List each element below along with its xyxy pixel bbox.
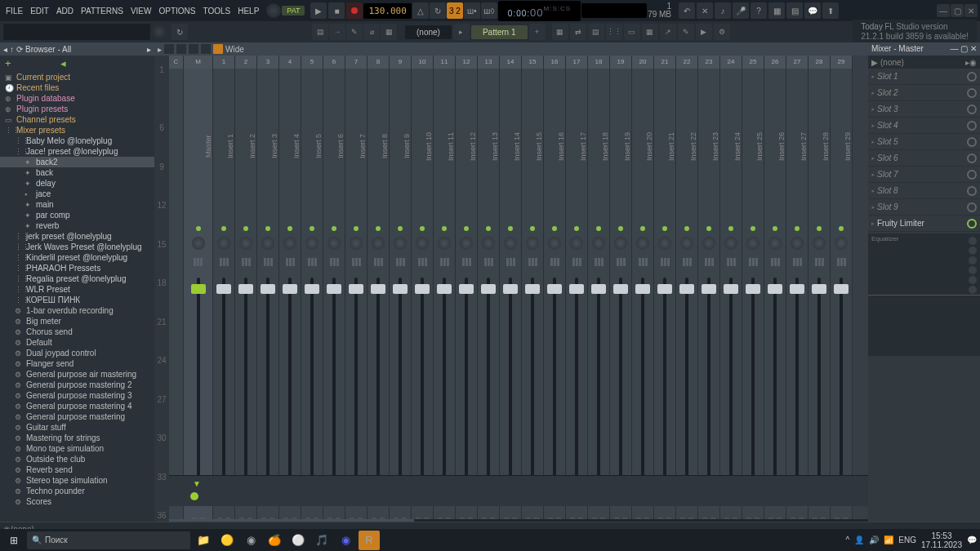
mixer-icon-3[interactable]: [189, 44, 198, 54]
fx-close-icon[interactable]: ✕: [970, 44, 977, 53]
tray-clock[interactable]: 15:5317.11.2023: [921, 531, 962, 549]
track-led[interactable]: [566, 224, 587, 233]
fader-cap[interactable]: [657, 284, 672, 294]
input-more-icon[interactable]: ▸◉: [965, 58, 977, 67]
stop-button[interactable]: ■: [328, 2, 345, 19]
browser-item[interactable]: ⋮⋮jerk preset @lonelyplug: [0, 231, 154, 242]
fx-input-row[interactable]: ▶ (none) ▸◉: [868, 56, 980, 69]
task-flstudio[interactable]: 🍊: [264, 531, 285, 550]
browser-gear-item[interactable]: ⚙Dual joypad control: [0, 348, 154, 358]
track-pan-knob[interactable]: [456, 233, 477, 253]
browser-gear-item[interactable]: ⚙Big meter: [0, 316, 154, 327]
track-header[interactable]: 24: [720, 56, 742, 69]
track-pan-knob[interactable]: [412, 233, 433, 253]
track-led[interactable]: [235, 224, 256, 233]
record-button[interactable]: [346, 2, 363, 19]
input-arrow-icon[interactable]: ▶: [871, 58, 878, 67]
browser-tree[interactable]: ▣Current project🕘Recent files⊕Plugin dat…: [0, 70, 154, 529]
track-header[interactable]: M: [184, 56, 212, 69]
track-name[interactable]: Insert 25: [742, 69, 764, 224]
panel-step[interactable]: ✎: [346, 24, 363, 40]
slot-arrow-icon[interactable]: ▸: [871, 220, 875, 227]
track-stereo[interactable]: [698, 253, 719, 271]
fader-cap[interactable]: [283, 284, 297, 294]
track-pan-knob[interactable]: [566, 233, 587, 253]
slot-ring[interactable]: [967, 104, 977, 114]
track-stereo[interactable]: [213, 253, 234, 271]
tb-8[interactable]: ✎: [678, 24, 694, 40]
task-browser[interactable]: 🟡: [216, 531, 238, 550]
browser-gear-item[interactable]: ⚙Reverb send: [0, 464, 154, 475]
track-name[interactable]: Insert 14: [500, 69, 521, 224]
metronome-button[interactable]: △: [412, 2, 429, 19]
fx-min-icon[interactable]: —: [950, 44, 958, 53]
taskbar-search[interactable]: 🔍 Поиск: [27, 531, 190, 549]
mixer-track[interactable]: 1Insert 1: [213, 56, 235, 529]
menu-file[interactable]: FILE: [2, 5, 26, 17]
channel-nav[interactable]: ▸: [453, 24, 470, 40]
track-led[interactable]: [279, 224, 301, 233]
track-header[interactable]: 21: [654, 56, 675, 69]
track-pan-knob[interactable]: [720, 233, 742, 253]
track-led[interactable]: [390, 224, 411, 233]
track-header[interactable]: 8: [368, 56, 389, 69]
mixer-track[interactable]: 14Insert 14: [500, 56, 522, 529]
fx-slot[interactable]: ▸Slot 2: [868, 85, 980, 101]
track-stereo[interactable]: [478, 253, 499, 271]
track-header[interactable]: 17: [566, 56, 587, 69]
track-header[interactable]: 18: [588, 56, 609, 69]
track-stereo[interactable]: [786, 253, 808, 271]
fader-cap[interactable]: [591, 284, 606, 294]
track-name[interactable]: Insert 27: [786, 69, 808, 224]
browser-collapse-icon[interactable]: ◂: [60, 57, 66, 69]
slot-enable-ring[interactable]: [967, 219, 977, 229]
track-led[interactable]: [184, 224, 212, 233]
tb-4[interactable]: ⋮⋮: [606, 24, 622, 40]
track-stereo[interactable]: [610, 253, 631, 271]
browser-item[interactable]: ✦reverb: [0, 220, 154, 231]
slot-arrow-icon[interactable]: ▸: [871, 90, 875, 96]
fader-cap[interactable]: [746, 284, 760, 294]
browser-nav-icon[interactable]: ▸: [147, 45, 151, 54]
browser-item[interactable]: ✦main: [0, 199, 154, 210]
mixer-track[interactable]: 2Insert 2: [235, 56, 257, 529]
track-led[interactable]: [522, 224, 543, 233]
track-pan-knob[interactable]: [588, 233, 609, 253]
menu-view[interactable]: VIEW: [127, 5, 155, 17]
mixer-track[interactable]: 13Insert 13: [478, 56, 500, 529]
tb-5[interactable]: ▭: [624, 24, 640, 40]
mixer-view-label[interactable]: Wide: [225, 45, 244, 54]
track-led[interactable]: [456, 224, 477, 233]
fx-slot[interactable]: ▸Slot 4: [868, 118, 980, 134]
browser-item[interactable]: ⋮⋮Baby Melo @lonelyplug: [0, 136, 154, 146]
fader-cap[interactable]: [437, 284, 452, 294]
track-led[interactable]: [720, 224, 742, 233]
eq-knob-3[interactable]: [969, 256, 977, 264]
track-header[interactable]: 22: [676, 56, 697, 69]
track-pan-knob[interactable]: [390, 233, 411, 253]
fader-cap[interactable]: [415, 284, 430, 294]
browser-gear-item[interactable]: ⚙Techno pounder: [0, 486, 154, 496]
fader-cap[interactable]: [191, 284, 206, 294]
main-volume-knob[interactable]: [266, 3, 281, 18]
menu-tools[interactable]: TOOLS: [199, 5, 234, 17]
track-led[interactable]: [698, 224, 719, 233]
channel-filter[interactable]: (none): [405, 25, 452, 39]
track-name[interactable]: Insert 2: [235, 69, 256, 224]
fader-cap[interactable]: [481, 284, 496, 294]
mixer-icon-1[interactable]: [164, 44, 174, 54]
track-pan-knob[interactable]: [786, 233, 808, 253]
track-name[interactable]: Insert 28: [808, 69, 830, 224]
tb-6[interactable]: ▦: [642, 24, 658, 40]
fader-cap[interactable]: [371, 284, 385, 294]
mixer-track[interactable]: 27Insert 27: [786, 56, 808, 529]
wait-input-button[interactable]: ↻: [430, 2, 446, 19]
fader-cap[interactable]: [349, 284, 363, 294]
browser-item[interactable]: ⋮⋮WLR Preset: [0, 284, 154, 295]
tray-volume-icon[interactable]: 🔊: [869, 535, 879, 544]
track-name[interactable]: Master: [184, 69, 212, 224]
browser-gear-item[interactable]: ⚙Guitar stuff: [0, 422, 154, 433]
audio-button[interactable]: 🎤: [733, 2, 749, 19]
track-header[interactable]: 14: [500, 56, 521, 69]
browser-gear-item[interactable]: ⚙Chorus send: [0, 327, 154, 337]
